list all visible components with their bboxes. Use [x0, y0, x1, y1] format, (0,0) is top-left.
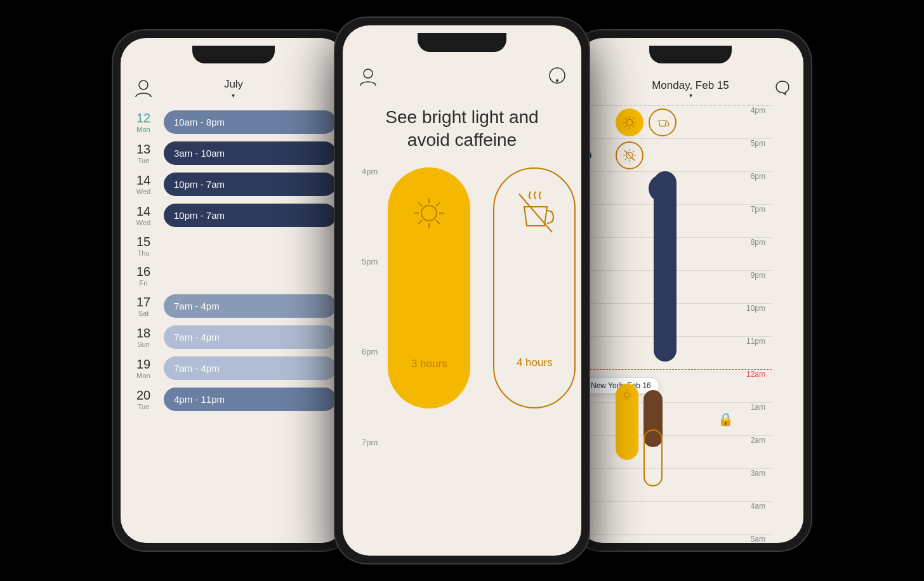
center-screen: See bright light and avoid caffeine 4pm … [343, 25, 581, 556]
phone-right: Monday, Feb 15 ▾ 4pm [570, 30, 811, 551]
tl-time-2am: 2am [751, 436, 765, 445]
right-content: Monday, Feb 15 ▾ 4pm [578, 38, 803, 543]
month-chevron[interactable]: ▾ [224, 92, 243, 99]
day-label-13: Tue [131, 157, 156, 164]
svg-point-4 [421, 206, 437, 221]
tl-row-5pm: 5pm [578, 138, 772, 171]
tl-time-10pm: 10pm [746, 304, 765, 313]
day-label-17: Sat [131, 310, 156, 317]
svg-line-30 [633, 151, 634, 152]
cal-row-15: 15 Thu [121, 231, 346, 261]
tl-time-7pm: 7pm [751, 205, 765, 214]
svg-line-19 [625, 118, 626, 119]
day-label-20: Tue [131, 403, 156, 410]
cal-pill-14a[interactable]: 10pm - 7am [164, 173, 336, 196]
avatar-left[interactable] [133, 78, 154, 101]
phone-center: See bright light and avoid caffeine 4pm … [335, 18, 589, 563]
cal-row-14b[interactable]: 14 Wed 10pm - 7am [121, 200, 346, 231]
cal-row-14a[interactable]: 14 Wed 10pm - 7am [121, 169, 346, 200]
svg-line-12 [418, 220, 422, 224]
svg-line-9 [418, 202, 422, 206]
right-chevron-icon[interactable]: ▾ [652, 92, 729, 99]
tl-row-1am: 1am [578, 402, 772, 435]
cal-pill-19[interactable]: 7am - 4pm [164, 356, 336, 380]
tl-time-8pm: 8pm [751, 238, 765, 247]
cal-row-19[interactable]: 19 Mon 7am - 4pm [121, 353, 346, 384]
day-label-18: Sun [131, 341, 156, 348]
chat-icon-center[interactable] [548, 67, 566, 87]
tl-row-4pm: 4pm [578, 105, 772, 138]
coffee-bar-wrap: 4 hours [493, 167, 576, 408]
svg-line-20 [633, 126, 634, 127]
svg-line-21 [633, 118, 634, 119]
sun-hours-label: 3 hours [411, 358, 447, 370]
day-label-15: Thu [131, 249, 156, 257]
cal-pill-18[interactable]: 7am - 4pm [164, 325, 336, 349]
coffee-hours-label: 4 hours [517, 356, 553, 369]
cal-pill-17[interactable]: 7am - 4pm [164, 294, 336, 318]
coffee-bar: 4 hours [493, 167, 576, 408]
tl-row-12am: 12am New York, Feb 16 [578, 369, 772, 402]
svg-point-14 [626, 119, 633, 126]
chart-area: 4pm 5pm 6pm 7pm [343, 167, 581, 556]
cal-date-18: 18 Sun [131, 326, 156, 348]
cal-date-14b: 14 Wed [131, 204, 156, 226]
sun-icon [409, 193, 449, 233]
timeline-area: 4pm [578, 105, 803, 543]
left-notch [192, 46, 275, 63]
svg-line-11 [436, 202, 440, 206]
cal-row-18[interactable]: 18 Sun 7am - 4pm [121, 322, 346, 353]
center-notch [418, 33, 506, 52]
tl-time-4pm: 4pm [751, 106, 765, 115]
cal-date-16: 16 Fri [131, 264, 156, 287]
svg-point-1 [364, 69, 373, 78]
cal-date-20: 20 Tue [131, 388, 156, 410]
svg-line-31 [625, 159, 626, 160]
day-num-14b: 14 [131, 204, 156, 219]
time-5pm: 5pm [362, 258, 378, 266]
cal-row-16: 16 Fri [121, 261, 346, 290]
cal-pill-14b[interactable]: 10pm - 7am [164, 204, 336, 227]
day-num-20: 20 [131, 388, 156, 403]
left-screen: July ▾ 12 Mon 10am - 8pm [121, 38, 346, 543]
svg-point-3 [556, 79, 558, 82]
day-label-16: Fri [131, 279, 156, 287]
tl-time-3am: 3am [751, 469, 765, 478]
svg-line-10 [436, 220, 440, 224]
tl-time-4am: 4am [751, 502, 765, 511]
cal-row-12[interactable]: 12 Mon 10am - 8pm [121, 107, 346, 138]
cal-pill-12[interactable]: 10am - 8pm [164, 110, 336, 134]
cal-date-13: 13 Tue [131, 142, 156, 164]
day-num-12: 12 [131, 111, 156, 126]
cal-row-13[interactable]: 13 Tue 3am - 10am [121, 138, 346, 169]
coffee-crossed-icon [513, 188, 556, 236]
tl-row-3am: 3am [578, 468, 772, 501]
center-header [343, 60, 581, 96]
calendar-list: 12 Mon 10am - 8pm 13 Tue 3am - 10am [121, 101, 346, 543]
month-title: July [224, 78, 243, 91]
day-label-12: Mon [131, 126, 156, 133]
cal-row-20[interactable]: 20 Tue 4pm - 11pm [121, 384, 346, 415]
center-content: See bright light and avoid caffeine 4pm … [343, 25, 581, 556]
day-num-19: 19 [131, 357, 156, 372]
time-4pm: 4pm [362, 167, 378, 176]
cal-date-19: 19 Mon [131, 357, 156, 379]
right-date-title: Monday, Feb 15 [652, 79, 729, 92]
day-label-14b: Wed [131, 219, 156, 226]
left-header: July ▾ [121, 73, 346, 101]
avatar-center[interactable] [358, 67, 378, 89]
sun-bar: 3 hours [388, 167, 470, 408]
chat-icon-right[interactable] [774, 79, 791, 98]
phones-container: July ▾ 12 Mon 10am - 8pm [113, 18, 811, 563]
tl-time-5pm: 5pm [751, 139, 765, 148]
coffee-outline-circle-top [649, 108, 676, 136]
tl-row-2am: 2am [578, 435, 772, 468]
sun-circle-orange [616, 108, 644, 136]
cal-date-14a: 14 Wed [131, 173, 156, 195]
cal-date-15: 15 Thu [131, 235, 156, 257]
cal-row-17[interactable]: 17 Sat 7am - 4pm [121, 290, 346, 322]
cal-pill-20[interactable]: 4pm - 11pm [164, 388, 336, 411]
sleep-bar-right [654, 171, 676, 362]
coffee-outline-bar-small [644, 429, 663, 486]
cal-pill-13[interactable]: 3am - 10am [164, 141, 336, 165]
